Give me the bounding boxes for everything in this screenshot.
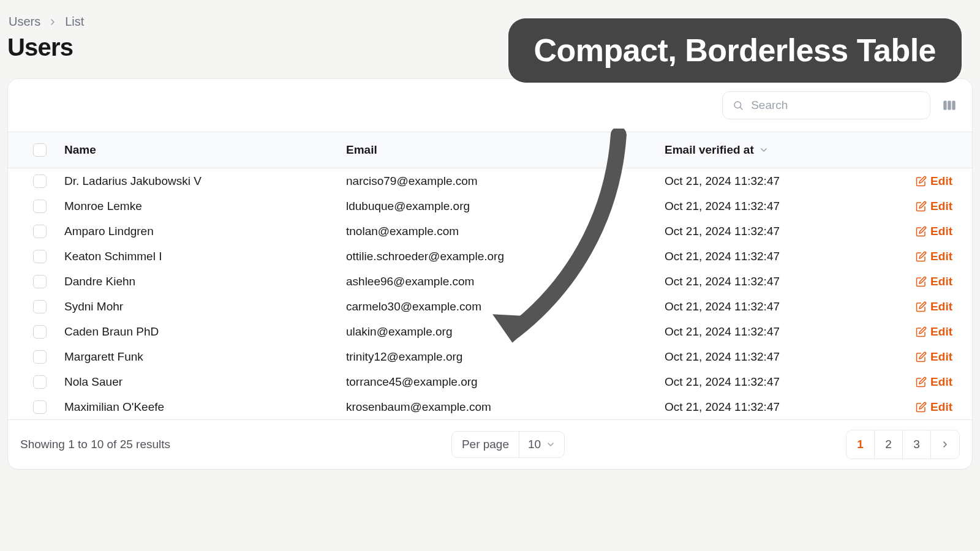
per-page-control: Per page 10 xyxy=(451,431,565,458)
edit-label: Edit xyxy=(930,174,952,188)
results-summary: Showing 1 to 10 of 25 results xyxy=(20,438,170,451)
row-checkbox[interactable] xyxy=(33,225,47,238)
cell-email: krosenbaum@example.com xyxy=(346,400,665,414)
edit-label: Edit xyxy=(930,300,952,313)
cell-verified-at: Oct 21, 2024 11:32:47 xyxy=(665,400,848,414)
row-checkbox[interactable] xyxy=(33,174,47,188)
edit-button[interactable]: Edit xyxy=(916,400,952,414)
cell-verified-at: Oct 21, 2024 11:32:47 xyxy=(665,325,848,339)
table-row: Dr. Ladarius Jakubowski Vnarciso79@examp… xyxy=(8,168,972,193)
page-2[interactable]: 2 xyxy=(875,430,903,459)
row-checkbox[interactable] xyxy=(33,350,47,364)
cell-name: Sydni Mohr xyxy=(64,300,346,313)
table-toolbar xyxy=(8,79,972,132)
edit-label: Edit xyxy=(930,350,952,364)
cell-verified-at: Oct 21, 2024 11:32:47 xyxy=(665,225,848,238)
row-checkbox[interactable] xyxy=(33,275,47,288)
table-row: Amparo Lindgrentnolan@example.comOct 21,… xyxy=(8,219,972,244)
row-checkbox[interactable] xyxy=(33,250,47,263)
cell-verified-at: Oct 21, 2024 11:32:47 xyxy=(665,174,848,188)
table-row: Monroe Lemkeldubuque@example.orgOct 21, … xyxy=(8,193,972,219)
row-checkbox[interactable] xyxy=(33,300,47,313)
cell-email: ldubuque@example.org xyxy=(346,200,665,213)
cell-email: ottilie.schroeder@example.org xyxy=(346,250,665,263)
cell-email: ashlee96@example.com xyxy=(346,275,665,288)
svg-point-0 xyxy=(734,102,741,108)
cell-name: Nola Sauer xyxy=(64,375,346,389)
annotation-callout: Compact, Borderless Table xyxy=(508,18,962,83)
cell-email: torrance45@example.org xyxy=(346,375,665,389)
users-table-card: Name Email Email verified at Dr. Ladariu… xyxy=(7,78,973,470)
search-input[interactable] xyxy=(750,98,920,113)
cell-verified-at: Oct 21, 2024 11:32:47 xyxy=(665,250,848,263)
edit-label: Edit xyxy=(930,275,952,288)
edit-button[interactable]: Edit xyxy=(916,250,952,263)
cell-verified-at: Oct 21, 2024 11:32:47 xyxy=(665,350,848,364)
breadcrumb-root[interactable]: Users xyxy=(9,15,40,29)
cell-name: Amparo Lindgren xyxy=(64,225,346,238)
edit-button[interactable]: Edit xyxy=(916,375,952,389)
edit-label: Edit xyxy=(930,325,952,339)
row-checkbox[interactable] xyxy=(33,400,47,414)
edit-label: Edit xyxy=(930,375,952,389)
edit-label: Edit xyxy=(930,225,952,238)
toggle-columns-button[interactable] xyxy=(939,95,960,116)
edit-label: Edit xyxy=(930,250,952,263)
edit-button[interactable]: Edit xyxy=(916,174,952,188)
table-row: Sydni Mohrcarmelo30@example.comOct 21, 2… xyxy=(8,294,972,319)
cell-email: narciso79@example.com xyxy=(346,174,665,188)
page-next[interactable] xyxy=(931,430,959,459)
row-checkbox[interactable] xyxy=(33,325,47,339)
cell-email: carmelo30@example.com xyxy=(346,300,665,313)
cell-name: Keaton Schimmel I xyxy=(64,250,346,263)
column-header-verified[interactable]: Email verified at xyxy=(665,143,848,157)
table-row: Nola Sauertorrance45@example.orgOct 21, … xyxy=(8,369,972,394)
edit-button[interactable]: Edit xyxy=(916,275,952,288)
edit-button[interactable]: Edit xyxy=(916,225,952,238)
cell-verified-at: Oct 21, 2024 11:32:47 xyxy=(665,275,848,288)
page-3[interactable]: 3 xyxy=(903,430,931,459)
svg-rect-4 xyxy=(952,100,955,110)
search-field[interactable] xyxy=(722,91,930,119)
search-icon xyxy=(733,99,744,111)
chevron-down-icon xyxy=(759,145,769,155)
cell-verified-at: Oct 21, 2024 11:32:47 xyxy=(665,375,848,389)
row-checkbox[interactable] xyxy=(33,200,47,213)
edit-button[interactable]: Edit xyxy=(916,350,952,364)
table-row: Caden Braun PhDulakin@example.orgOct 21,… xyxy=(8,319,972,344)
select-all-checkbox[interactable] xyxy=(33,143,47,157)
per-page-select[interactable]: 10 xyxy=(519,432,564,457)
chevron-right-icon xyxy=(940,440,950,449)
pagination: 123 xyxy=(846,430,960,459)
column-header-verified-label: Email verified at xyxy=(665,143,754,157)
table-footer: Showing 1 to 10 of 25 results Per page 1… xyxy=(8,419,972,469)
cell-name: Caden Braun PhD xyxy=(64,325,346,339)
cell-email: trinity12@example.org xyxy=(346,350,665,364)
svg-rect-3 xyxy=(948,100,951,110)
table-row: Dandre Kiehnashlee96@example.comOct 21, … xyxy=(8,269,972,294)
cell-email: ulakin@example.org xyxy=(346,325,665,339)
breadcrumb-current[interactable]: List xyxy=(65,15,84,29)
table-row: Margarett Funktrinity12@example.orgOct 2… xyxy=(8,344,972,369)
page-1[interactable]: 1 xyxy=(846,430,875,459)
cell-name: Dandre Kiehn xyxy=(64,275,346,288)
cell-email: tnolan@example.com xyxy=(346,225,665,238)
cell-name: Margarett Funk xyxy=(64,350,346,364)
edit-label: Edit xyxy=(930,400,952,414)
column-header-name[interactable]: Name xyxy=(64,143,346,157)
per-page-label: Per page xyxy=(452,432,519,457)
table-row: Maximilian O'Keefekrosenbaum@example.com… xyxy=(8,394,972,419)
columns-icon xyxy=(941,97,957,113)
edit-button[interactable]: Edit xyxy=(916,325,952,339)
cell-name: Monroe Lemke xyxy=(64,200,346,213)
table-row: Keaton Schimmel Iottilie.schroeder@examp… xyxy=(8,244,972,269)
column-header-email[interactable]: Email xyxy=(346,143,665,157)
row-checkbox[interactable] xyxy=(33,375,47,389)
chevron-down-icon xyxy=(546,440,556,449)
cell-name: Dr. Ladarius Jakubowski V xyxy=(64,174,346,188)
edit-button[interactable]: Edit xyxy=(916,300,952,313)
edit-button[interactable]: Edit xyxy=(916,200,952,213)
svg-line-1 xyxy=(741,108,742,110)
cell-verified-at: Oct 21, 2024 11:32:47 xyxy=(665,300,848,313)
svg-rect-2 xyxy=(943,100,946,110)
